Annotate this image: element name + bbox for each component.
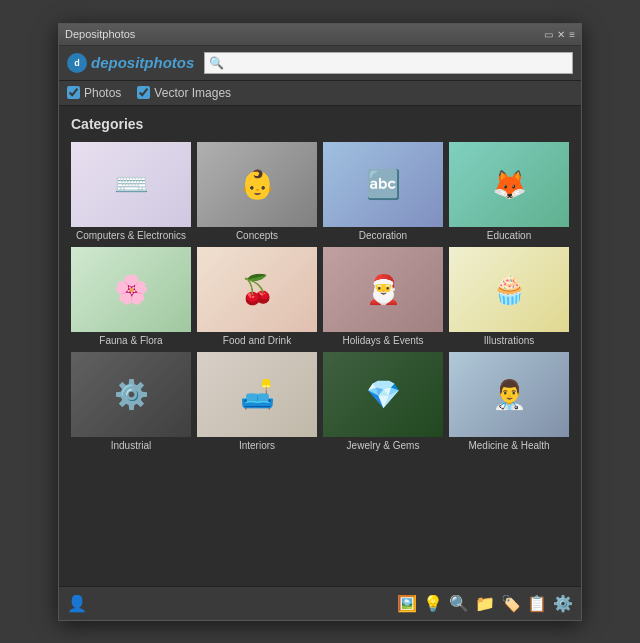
category-label-decoration: Decoration	[323, 230, 443, 241]
main-window: Depositphotos ▭ ✕ ≡ d depositphotos 🔍 Ph…	[58, 23, 582, 621]
category-label-education: Education	[449, 230, 569, 241]
category-thumb-concepts: 👶	[197, 142, 317, 227]
logo: d depositphotos	[67, 53, 194, 73]
category-image-medicine: 👨‍⚕️	[449, 352, 569, 437]
category-item-concepts[interactable]: 👶 Concepts	[197, 142, 317, 241]
category-item-jewelry[interactable]: 💎 Jewelry & Gems	[323, 352, 443, 451]
menu-button[interactable]: ≡	[569, 29, 575, 40]
category-label-food: Food and Drink	[197, 335, 317, 346]
tag-icon[interactable]: 🏷️	[501, 594, 521, 613]
logo-icon: d	[67, 53, 87, 73]
category-label-computers: Computers & Electronics	[71, 230, 191, 241]
content-area[interactable]: Categories ⌨️ Computers & Electronics 👶 …	[59, 106, 581, 586]
category-thumb-education: 🦊	[449, 142, 569, 227]
category-label-interiors: Interiors	[197, 440, 317, 451]
bottom-icons: 🖼️ 💡 🔍 📁 🏷️ 📋 ⚙️	[397, 594, 573, 613]
settings-icon[interactable]: ⚙️	[553, 594, 573, 613]
category-item-decoration[interactable]: 🔤 Decoration	[323, 142, 443, 241]
categories-grid: ⌨️ Computers & Electronics 👶 Concepts 🔤 …	[71, 142, 569, 451]
filter-bar: Photos Vector Images	[59, 81, 581, 106]
category-image-concepts: 👶	[197, 142, 317, 227]
category-image-holidays: 🎅	[323, 247, 443, 332]
lightbulb-icon[interactable]: 💡	[423, 594, 443, 613]
category-thumb-jewelry: 💎	[323, 352, 443, 437]
category-image-industrial: ⚙️	[71, 352, 191, 437]
minimize-button[interactable]: ▭	[544, 29, 553, 40]
toolbar: d depositphotos 🔍	[59, 46, 581, 81]
list-icon[interactable]: 📋	[527, 594, 547, 613]
category-thumb-medicine: 👨‍⚕️	[449, 352, 569, 437]
image-icon[interactable]: 🖼️	[397, 594, 417, 613]
category-thumb-illustrations: 🧁	[449, 247, 569, 332]
folder-icon[interactable]: 📁	[475, 594, 495, 613]
category-label-holidays: Holidays & Events	[323, 335, 443, 346]
category-image-decoration: 🔤	[323, 142, 443, 227]
category-label-medicine: Medicine & Health	[449, 440, 569, 451]
category-image-jewelry: 💎	[323, 352, 443, 437]
vector-label: Vector Images	[154, 86, 231, 100]
title-bar: Depositphotos ▭ ✕ ≡	[59, 24, 581, 46]
category-thumb-food: 🍒	[197, 247, 317, 332]
category-label-concepts: Concepts	[197, 230, 317, 241]
window-controls: ▭ ✕ ≡	[544, 29, 575, 40]
category-thumb-holidays: 🎅	[323, 247, 443, 332]
bottom-left: 👤	[67, 594, 87, 613]
search-box[interactable]: 🔍	[204, 52, 573, 74]
category-image-food: 🍒	[197, 247, 317, 332]
category-item-food[interactable]: 🍒 Food and Drink	[197, 247, 317, 346]
user-icon[interactable]: 👤	[67, 594, 87, 613]
vector-filter[interactable]: Vector Images	[137, 86, 231, 100]
category-label-industrial: Industrial	[71, 440, 191, 451]
category-item-industrial[interactable]: ⚙️ Industrial	[71, 352, 191, 451]
category-item-illustrations[interactable]: 🧁 Illustrations	[449, 247, 569, 346]
photos-filter[interactable]: Photos	[67, 86, 121, 100]
category-label-fauna: Fauna & Flora	[71, 335, 191, 346]
category-label-jewelry: Jewelry & Gems	[323, 440, 443, 451]
search-input[interactable]	[224, 57, 568, 69]
category-item-holidays[interactable]: 🎅 Holidays & Events	[323, 247, 443, 346]
category-thumb-interiors: 🛋️	[197, 352, 317, 437]
category-label-illustrations: Illustrations	[449, 335, 569, 346]
section-title: Categories	[71, 116, 569, 132]
category-thumb-computers: ⌨️	[71, 142, 191, 227]
category-image-interiors: 🛋️	[197, 352, 317, 437]
search-bottom-icon[interactable]: 🔍	[449, 594, 469, 613]
category-item-education[interactable]: 🦊 Education	[449, 142, 569, 241]
category-thumb-decoration: 🔤	[323, 142, 443, 227]
category-thumb-industrial: ⚙️	[71, 352, 191, 437]
logo-text: depositphotos	[91, 54, 194, 71]
vector-checkbox[interactable]	[137, 86, 150, 99]
category-item-medicine[interactable]: 👨‍⚕️ Medicine & Health	[449, 352, 569, 451]
search-icon: 🔍	[209, 56, 224, 70]
window-title: Depositphotos	[65, 28, 135, 40]
category-item-computers[interactable]: ⌨️ Computers & Electronics	[71, 142, 191, 241]
photos-checkbox[interactable]	[67, 86, 80, 99]
photos-label: Photos	[84, 86, 121, 100]
close-button[interactable]: ✕	[557, 29, 565, 40]
category-thumb-fauna: 🌸	[71, 247, 191, 332]
bottom-bar: 👤 🖼️ 💡 🔍 📁 🏷️ 📋 ⚙️	[59, 586, 581, 620]
category-image-computers: ⌨️	[71, 142, 191, 227]
logo-char: d	[74, 58, 80, 68]
category-image-education: 🦊	[449, 142, 569, 227]
category-image-fauna: 🌸	[71, 247, 191, 332]
category-image-illustrations: 🧁	[449, 247, 569, 332]
category-item-interiors[interactable]: 🛋️ Interiors	[197, 352, 317, 451]
category-item-fauna[interactable]: 🌸 Fauna & Flora	[71, 247, 191, 346]
